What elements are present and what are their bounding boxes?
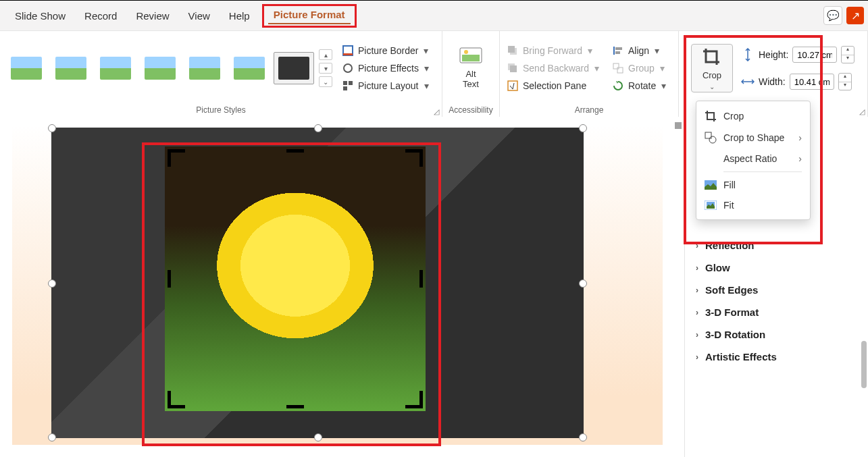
selection-handle[interactable] xyxy=(579,279,587,288)
selection-handle[interactable] xyxy=(579,124,587,132)
crop-handle[interactable] xyxy=(286,149,304,153)
pane-section-glow[interactable]: ›Glow xyxy=(696,257,867,279)
size-launcher-icon[interactable]: ◿ xyxy=(859,107,865,116)
picture-style-7[interactable] xyxy=(274,52,314,84)
group-button: Group▾ xyxy=(609,61,669,76)
crop-region[interactable] xyxy=(165,146,426,411)
crop-menu-aspect-ratio[interactable]: Aspect Ratio › xyxy=(696,149,810,169)
picture-style-4[interactable] xyxy=(140,52,180,84)
pane-section-3d-rotation[interactable]: ›3-D Rotation xyxy=(696,323,867,346)
svg-rect-18 xyxy=(617,68,623,73)
picture-layout-label: Picture Layout xyxy=(358,80,419,91)
align-button[interactable]: Align▾ xyxy=(609,43,669,58)
tab-record[interactable]: Record xyxy=(78,7,124,24)
pane-soft-edges-label: Soft Edges xyxy=(705,284,758,296)
effects-icon xyxy=(342,62,354,74)
alt-text-label: Alt Text xyxy=(463,69,479,89)
crop-icon xyxy=(702,47,722,68)
crop-handle[interactable] xyxy=(168,270,171,288)
svg-rect-7 xyxy=(462,55,480,61)
crop-handle[interactable] xyxy=(419,391,423,408)
tab-help[interactable]: Help xyxy=(222,7,257,24)
crop-handle[interactable] xyxy=(168,391,171,408)
crop-button-label: Crop xyxy=(703,70,721,80)
vertical-scrollbar[interactable] xyxy=(675,122,682,129)
svg-rect-17 xyxy=(613,63,619,69)
pane-scrollbar[interactable] xyxy=(861,341,867,388)
rotate-button[interactable]: Rotate▾ xyxy=(609,78,669,93)
selection-handle[interactable] xyxy=(48,124,56,132)
picture-style-3[interactable] xyxy=(95,52,136,84)
picture-style-2[interactable] xyxy=(51,52,91,84)
width-input[interactable] xyxy=(790,74,834,90)
rotate-label: Rotate xyxy=(628,80,656,91)
selection-pane-icon xyxy=(507,80,519,92)
pane-artistic-label: Artistic Effects xyxy=(705,351,777,362)
picture-border-button[interactable]: Picture Border▾ xyxy=(339,43,432,58)
selection-handle[interactable] xyxy=(314,433,322,441)
crop-menu-shape-label: Crop to Shape xyxy=(723,132,784,143)
tab-picture-format[interactable]: Picture Format xyxy=(262,4,357,28)
crop-handle[interactable] xyxy=(168,149,171,167)
crop-menu-fill[interactable]: Fill xyxy=(696,175,810,195)
picture-style-5[interactable] xyxy=(184,52,225,84)
crop-shape-icon xyxy=(705,132,717,144)
crop-handle[interactable] xyxy=(419,149,423,167)
chevron-right-icon: › xyxy=(798,132,802,143)
height-input[interactable] xyxy=(792,47,837,63)
svg-rect-12 xyxy=(510,65,517,72)
picture-effects-button[interactable]: Picture Effects▾ xyxy=(339,61,432,76)
picture-style-6[interactable] xyxy=(229,52,270,84)
selection-handle[interactable] xyxy=(314,124,322,132)
pane-section-soft-edges[interactable]: ›Soft Edges xyxy=(696,279,867,301)
tab-slide-show[interactable]: Slide Show xyxy=(8,7,72,24)
tab-review[interactable]: Review xyxy=(129,7,176,24)
align-label: Align xyxy=(628,45,649,56)
crop-button[interactable]: Crop ⌄ xyxy=(691,44,733,92)
slide-area[interactable] xyxy=(0,117,684,457)
svg-rect-16 xyxy=(615,51,620,54)
crop-icon xyxy=(705,110,717,122)
crop-menu-aspect-label: Aspect Ratio xyxy=(723,153,777,164)
crop-menu-crop-to-shape[interactable]: Crop to Shape › xyxy=(696,127,810,149)
picture-style-1[interactable] xyxy=(6,52,47,84)
crop-menu-fit[interactable]: Fit xyxy=(696,195,810,215)
crop-handle[interactable] xyxy=(419,270,423,288)
pane-section-reflection[interactable]: ›Reflection xyxy=(696,234,867,257)
gallery-up-icon[interactable]: ▴ xyxy=(319,49,332,60)
selected-picture[interactable] xyxy=(51,128,584,438)
svg-rect-15 xyxy=(615,47,622,50)
gallery-expand-icon[interactable]: ⌄ xyxy=(319,76,332,87)
comments-icon[interactable]: 💬 xyxy=(823,6,842,25)
share-icon[interactable]: ↗ xyxy=(846,7,864,24)
picture-layout-button[interactable]: Picture Layout▾ xyxy=(339,78,432,93)
send-backward-icon xyxy=(507,62,519,74)
selection-handle[interactable] xyxy=(48,433,56,441)
bring-forward-icon xyxy=(507,45,519,57)
selection-handle[interactable] xyxy=(579,433,587,441)
tab-view[interactable]: View xyxy=(182,7,217,24)
crop-menu-crop[interactable]: Crop xyxy=(696,105,810,127)
svg-point-8 xyxy=(464,50,468,54)
chevron-right-icon: › xyxy=(798,153,802,164)
picture-styles-launcher-icon[interactable]: ◿ xyxy=(434,107,439,116)
height-spinner[interactable]: ▴▾ xyxy=(841,46,854,63)
width-label: Width: xyxy=(759,76,786,87)
style-gallery-more[interactable]: ▴ ▾ ⌄ xyxy=(319,49,334,87)
picture-effects-label: Picture Effects xyxy=(358,63,419,74)
pane-glow-label: Glow xyxy=(705,262,730,273)
width-spinner[interactable]: ▴▾ xyxy=(838,73,852,90)
selection-pane-button[interactable]: Selection Pane xyxy=(504,78,605,93)
gallery-down-icon[interactable]: ▾ xyxy=(319,63,332,74)
alt-text-button[interactable]: Alt Text xyxy=(452,47,490,89)
crop-menu-crop-label: Crop xyxy=(723,111,744,122)
pane-section-3d-format[interactable]: ›3-D Format xyxy=(696,301,867,323)
layout-icon xyxy=(342,80,354,92)
group-label: Group xyxy=(628,63,655,74)
svg-point-20 xyxy=(709,136,716,143)
group-label-picture-styles: Picture Styles xyxy=(196,105,245,115)
crop-handle[interactable] xyxy=(286,405,304,408)
crop-dropdown-menu: Crop Crop to Shape › Aspect Ratio › Fill… xyxy=(696,101,811,220)
selection-handle[interactable] xyxy=(48,279,56,288)
pane-section-artistic-effects[interactable]: ›Artistic Effects xyxy=(696,346,867,368)
